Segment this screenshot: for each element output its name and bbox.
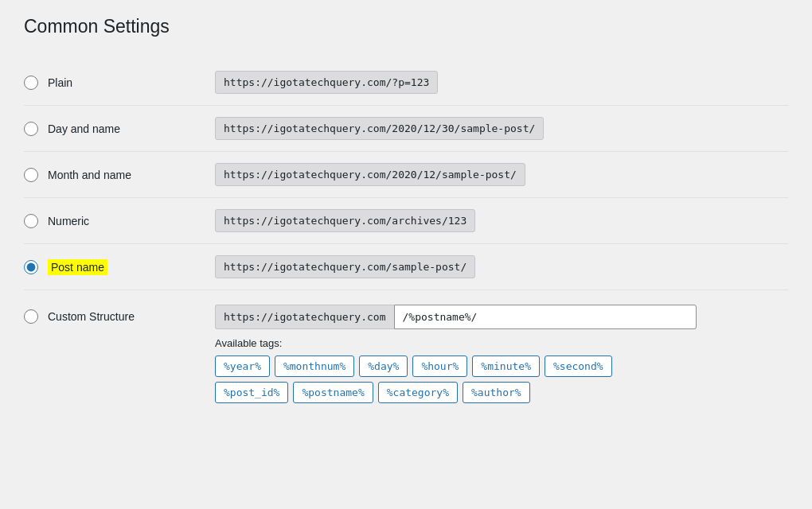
- month-and-name-row: Month and name https://igotatechquery.co…: [24, 152, 788, 198]
- tag-post-id[interactable]: %post_id%: [215, 382, 288, 403]
- tag-second[interactable]: %second%: [545, 356, 612, 377]
- custom-structure-content: https://igotatechquery.com Available tag…: [215, 305, 697, 408]
- tag-category[interactable]: %category%: [378, 382, 458, 403]
- plain-label: Plain: [48, 76, 72, 89]
- custom-structure-input[interactable]: [394, 305, 697, 329]
- post-name-label: Post name: [48, 259, 107, 275]
- tag-year[interactable]: %year%: [215, 356, 270, 377]
- day-and-name-row: Day and name https://igotatechquery.com/…: [24, 106, 788, 152]
- plain-url: https://igotatechquery.com/?p=123: [215, 71, 438, 94]
- day-and-name-radio[interactable]: [24, 122, 38, 136]
- day-and-name-label: Day and name: [48, 122, 120, 135]
- custom-structure-radio-label[interactable]: Custom Structure: [24, 305, 215, 324]
- month-and-name-url: https://igotatechquery.com/2020/12/sampl…: [215, 163, 525, 186]
- available-tags-label: Available tags:: [215, 337, 697, 349]
- page-title: Common Settings: [24, 16, 788, 37]
- month-and-name-radio-label[interactable]: Month and name: [24, 168, 215, 182]
- post-name-url: https://igotatechquery.com/sample-post/: [215, 255, 475, 278]
- custom-url-wrapper: https://igotatechquery.com: [215, 305, 697, 329]
- tag-postname[interactable]: %postname%: [293, 382, 373, 403]
- post-name-radio[interactable]: [24, 260, 38, 274]
- settings-container: Plain https://igotatechquery.com/?p=123 …: [24, 60, 788, 416]
- custom-structure-label: Custom Structure: [48, 310, 135, 323]
- tag-hour[interactable]: %hour%: [412, 356, 467, 377]
- tag-author[interactable]: %author%: [463, 382, 530, 403]
- numeric-radio[interactable]: [24, 214, 38, 228]
- post-name-radio-label[interactable]: Post name: [24, 259, 215, 275]
- tag-day[interactable]: %day%: [359, 356, 408, 377]
- numeric-row: Numeric https://igotatechquery.com/archi…: [24, 198, 788, 244]
- tags-row-2: %post_id% %postname% %category% %author%: [215, 382, 697, 403]
- day-and-name-url: https://igotatechquery.com/2020/12/30/sa…: [215, 117, 544, 140]
- custom-base-url: https://igotatechquery.com: [215, 305, 394, 329]
- tag-minute[interactable]: %minute%: [472, 356, 540, 377]
- tag-monthnum[interactable]: %monthnum%: [275, 356, 354, 377]
- plain-radio[interactable]: [24, 76, 38, 90]
- numeric-label: Numeric: [48, 215, 89, 227]
- custom-structure-row: Custom Structure https://igotatechquery.…: [24, 290, 788, 416]
- month-and-name-radio[interactable]: [24, 168, 38, 182]
- tags-row-1: %year% %monthnum% %day% %hour% %minute% …: [215, 356, 697, 377]
- month-and-name-label: Month and name: [48, 169, 131, 181]
- post-name-row: Post name https://igotatechquery.com/sam…: [24, 244, 788, 290]
- numeric-url: https://igotatechquery.com/archives/123: [215, 209, 475, 232]
- custom-structure-radio[interactable]: [24, 309, 38, 324]
- available-tags-section: Available tags: %year% %monthnum% %day% …: [215, 337, 697, 408]
- day-and-name-radio-label[interactable]: Day and name: [24, 122, 215, 136]
- plain-row: Plain https://igotatechquery.com/?p=123: [24, 60, 788, 106]
- plain-radio-label[interactable]: Plain: [24, 76, 215, 90]
- numeric-radio-label[interactable]: Numeric: [24, 214, 215, 228]
